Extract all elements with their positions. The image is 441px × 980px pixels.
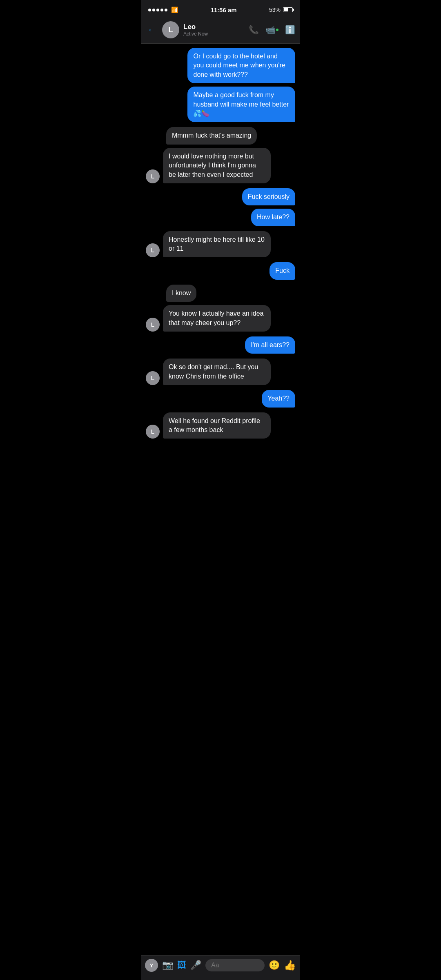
message-text: I would love nothing more but unfortunat… [169, 153, 256, 178]
active-dot [276, 29, 278, 31]
video-icon-wrap[interactable]: 📹 [265, 25, 278, 35]
message-text: Ok so don't get mad.... But you know Chr… [169, 363, 258, 379]
message-text: I'm all ears?? [251, 341, 290, 348]
message-bubble: Fuck [270, 262, 295, 279]
message-row: L You know I actually have an idea that … [146, 305, 295, 332]
contact-avatar: L [162, 21, 179, 38]
message-row: Fuck seriously [146, 188, 295, 205]
mic-icon[interactable]: 🎤 [190, 960, 201, 971]
thumbs-up-button[interactable]: 👍 [284, 960, 296, 971]
battery-percent: 53% [269, 7, 281, 13]
message-bubble: Yeah?? [262, 390, 295, 407]
sender-avatar: L [146, 169, 160, 183]
message-text: Fuck [275, 267, 290, 274]
message-row: Fuck [146, 262, 295, 279]
message-bubble: You know I actually have an idea that ma… [163, 305, 271, 332]
back-button[interactable]: ← [146, 23, 158, 37]
chat-header: ← L Leo Active Now 📞 📹 ℹ️ [141, 18, 300, 44]
header-actions: 📞 📹 ℹ️ [249, 25, 295, 35]
message-bubble: How late?? [251, 209, 295, 226]
status-left: 📶 [148, 7, 178, 13]
message-text: Honestly might be here till like 10 or 1… [169, 236, 265, 252]
input-bar: Y 📷 🖼 🎤 🙂 👍 [141, 955, 300, 980]
message-row: Maybe a good fuck from my husband will m… [146, 87, 295, 122]
status-bar: 📶 11:56 am 53% [141, 0, 300, 18]
status-time: 11:56 am [210, 7, 236, 13]
message-row: Mmmm fuck that's amazing [146, 127, 295, 144]
sender-avatar: L [146, 371, 160, 385]
sender-avatar: L [146, 425, 160, 439]
message-text: Mmmm fuck that's amazing [172, 132, 251, 139]
sender-avatar: L [146, 243, 160, 257]
message-text: How late?? [257, 214, 290, 220]
photo-icon[interactable]: 🖼 [177, 960, 186, 971]
message-row: I know [146, 285, 295, 302]
contact-name: Leo [183, 23, 245, 31]
message-input-wrap[interactable] [205, 959, 265, 971]
message-row: L Well he found our Reddit profile a few… [146, 412, 295, 439]
message-text: Or I could go to the hotel and you could… [193, 53, 285, 78]
sender-avatar: L [146, 318, 160, 332]
wifi-icon: 📶 [171, 7, 178, 13]
message-text: You know I actually have an idea that ma… [169, 310, 263, 326]
message-row: How late?? [146, 209, 295, 226]
phone-icon[interactable]: 📞 [249, 25, 259, 35]
message-bubble: I would love nothing more but unfortunat… [163, 148, 271, 183]
contact-info: Leo Active Now [183, 23, 245, 37]
message-input[interactable] [211, 962, 259, 969]
message-bubble: Mmmm fuck that's amazing [166, 127, 257, 144]
message-row: L I would love nothing more but unfortun… [146, 148, 295, 183]
message-row: L Honestly might be here till like 10 or… [146, 231, 295, 258]
message-bubble: Fuck seriously [242, 188, 295, 205]
message-bubble: I'm all ears?? [245, 336, 295, 354]
video-icon[interactable]: 📹 [265, 25, 276, 35]
message-text: Well he found our Reddit profile a few m… [169, 417, 260, 433]
contact-status: Active Now [183, 31, 245, 37]
battery-icon [283, 7, 293, 12]
message-bubble: Ok so don't get mad.... But you know Chr… [163, 359, 271, 385]
message-text: Maybe a good fuck from my husband will m… [193, 91, 289, 117]
info-icon[interactable]: ℹ️ [285, 25, 295, 35]
message-row: I'm all ears?? [146, 336, 295, 354]
message-text: I know [172, 290, 191, 296]
message-row: L Ok so don't get mad.... But you know C… [146, 359, 295, 385]
message-bubble: Well he found our Reddit profile a few m… [163, 412, 271, 439]
message-bubble: Honestly might be here till like 10 or 1… [163, 231, 271, 258]
message-row: Yeah?? [146, 390, 295, 407]
status-right: 53% [269, 7, 293, 13]
my-avatar: Y [145, 959, 158, 972]
emoji-button[interactable]: 🙂 [269, 960, 280, 971]
camera-icon[interactable]: 📷 [162, 960, 173, 971]
message-row: Or I could go to the hotel and you could… [146, 48, 295, 83]
message-text: Fuck seriously [248, 193, 290, 200]
chat-area: Or I could go to the hotel and you could… [141, 44, 300, 471]
message-bubble: Or I could go to the hotel and you could… [187, 48, 295, 83]
message-text: Yeah?? [267, 395, 290, 402]
message-bubble: I know [166, 285, 196, 302]
message-bubble: Maybe a good fuck from my husband will m… [187, 87, 295, 122]
signal-dots [148, 9, 167, 11]
